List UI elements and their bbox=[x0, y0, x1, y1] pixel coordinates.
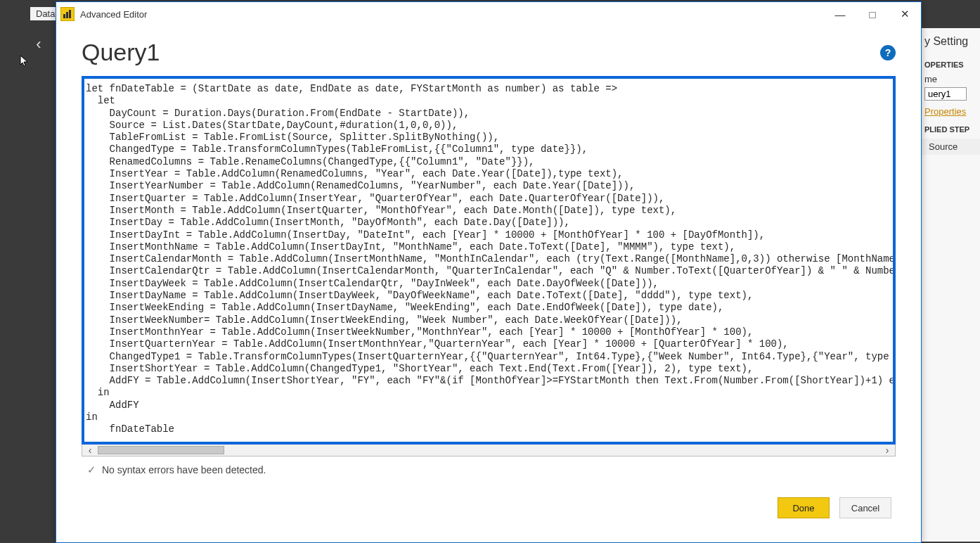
scroll-left-icon[interactable]: ‹ bbox=[82, 445, 98, 456]
cancel-button[interactable]: Cancel bbox=[839, 497, 891, 518]
mouse-cursor-icon bbox=[20, 55, 30, 70]
checkmark-icon: ✓ bbox=[87, 464, 96, 476]
settings-header: y Setting bbox=[917, 28, 980, 55]
scrollbar-track[interactable] bbox=[98, 445, 879, 456]
help-icon[interactable]: ? bbox=[880, 45, 896, 60]
minimize-button[interactable]: — bbox=[824, 2, 856, 26]
horizontal-scrollbar[interactable]: ‹ › bbox=[82, 444, 896, 456]
syntax-status: ✓ No syntax errors have been detected. bbox=[82, 456, 896, 482]
code-text[interactable]: let fnDateTable = (StartDate as date, En… bbox=[84, 79, 893, 442]
maximize-button[interactable]: □ bbox=[856, 2, 889, 26]
back-chevron-icon[interactable]: ‹ bbox=[28, 34, 49, 55]
query-title: Query1 bbox=[82, 39, 160, 66]
applied-steps-label: PLIED STEP bbox=[917, 120, 980, 136]
applied-step-source[interactable]: Source bbox=[917, 139, 980, 155]
svg-rect-2 bbox=[69, 10, 71, 18]
query-name-input[interactable] bbox=[924, 87, 967, 101]
powerbi-icon bbox=[60, 7, 75, 21]
code-editor[interactable]: let fnDateTable = (StartDate as date, En… bbox=[82, 76, 896, 445]
svg-rect-0 bbox=[63, 14, 65, 18]
name-label: me bbox=[917, 71, 980, 87]
scroll-right-icon[interactable]: › bbox=[879, 445, 895, 456]
advanced-editor-dialog: Advanced Editor — □ ✕ Query1 ? let fnDat… bbox=[56, 1, 922, 543]
all-properties-link[interactable]: Properties bbox=[917, 103, 980, 120]
close-button[interactable]: ✕ bbox=[889, 2, 921, 26]
done-button[interactable]: Done bbox=[778, 497, 830, 518]
query-settings-panel: y Setting OPERTIES me Properties PLIED S… bbox=[917, 28, 980, 542]
properties-section-label: OPERTIES bbox=[917, 55, 980, 71]
window-title: Advanced Editor bbox=[80, 9, 147, 20]
svg-rect-1 bbox=[66, 12, 68, 18]
titlebar: Advanced Editor — □ ✕ bbox=[56, 2, 921, 26]
status-message: No syntax errors have been detected. bbox=[102, 464, 266, 475]
scrollbar-thumb[interactable] bbox=[98, 446, 224, 454]
